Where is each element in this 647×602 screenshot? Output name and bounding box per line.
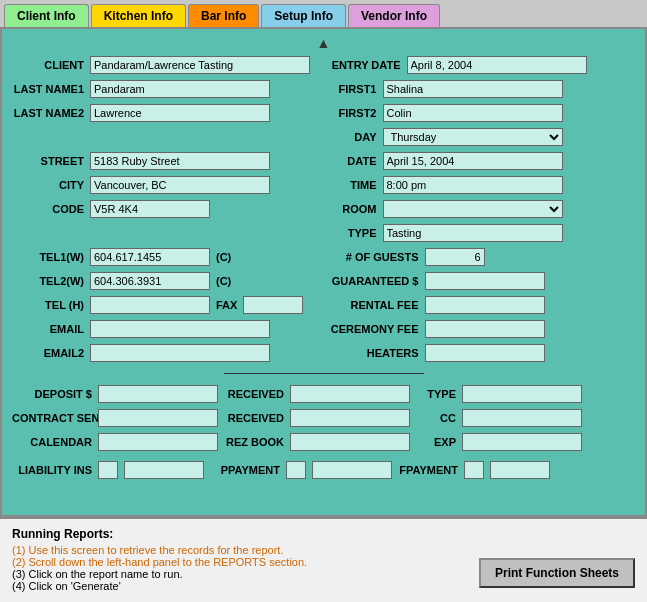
tab-kitchen[interactable]: Kitchen Info (91, 4, 186, 27)
deposit-label: DEPOSIT $ (12, 388, 92, 400)
email-label: EMAIL (12, 323, 84, 335)
liability-check-input[interactable] (98, 461, 118, 479)
tel-h-label: TEL (H) (12, 299, 84, 311)
tel1w-input[interactable] (90, 248, 210, 266)
received1-label: RECEIVED (224, 388, 284, 400)
city-input[interactable] (90, 176, 270, 194)
fax-input[interactable] (243, 296, 303, 314)
first1-label: FIRST1 (329, 83, 377, 95)
fax-label: FAX (216, 299, 237, 311)
tel1w-label: TEL1(W) (12, 251, 84, 263)
rental-fee-input[interactable] (425, 296, 545, 314)
instruction-step2: (2) Scroll down the left-hand panel to t… (12, 556, 459, 568)
last-name2-label: LAST NAME2 (12, 107, 84, 119)
tel-h-input[interactable] (90, 296, 210, 314)
code-label: CODE (12, 203, 84, 215)
client-input[interactable] (90, 56, 310, 74)
ppayment-val-input[interactable] (312, 461, 392, 479)
fpayment-val-input[interactable] (490, 461, 550, 479)
tel1c-label: (C) (216, 251, 231, 263)
last-name2-input[interactable] (90, 104, 270, 122)
scroll-up-arrow[interactable]: ▲ (12, 35, 635, 51)
exp-label: EXP (416, 436, 456, 448)
rez-book-input[interactable] (290, 433, 410, 451)
first2-label: FIRST2 (329, 107, 377, 119)
tab-bar[interactable]: Bar Info (188, 4, 259, 27)
tel2w-label: TEL2(W) (12, 275, 84, 287)
email-input[interactable] (90, 320, 270, 338)
calendar-input[interactable] (98, 433, 218, 451)
entry-date-label: ENTRY DATE (329, 59, 401, 71)
exp-input[interactable] (462, 433, 582, 451)
instructions-title: Running Reports: (12, 527, 459, 541)
heaters-input[interactable] (425, 344, 545, 362)
guaranteed-input[interactable] (425, 272, 545, 290)
rez-book-label: REZ BOOK (224, 436, 284, 448)
tel2w-input[interactable] (90, 272, 210, 290)
fpayment-label: FPAYMENT (398, 464, 458, 476)
ppayment-check-input[interactable] (286, 461, 306, 479)
print-button-area: Print Function Sheets (479, 527, 635, 602)
ceremony-fee-input[interactable] (425, 320, 545, 338)
instruction-step1: (1) Use this screen to retrieve the reco… (12, 544, 459, 556)
day-label: DAY (329, 131, 377, 143)
fpayment-check-input[interactable] (464, 461, 484, 479)
ppayment-label: PPAYMENT (210, 464, 280, 476)
received1-input[interactable] (290, 385, 410, 403)
liability-val-input[interactable] (124, 461, 204, 479)
time-input[interactable] (383, 176, 563, 194)
num-guests-input[interactable] (425, 248, 485, 266)
type-dep-input[interactable] (462, 385, 582, 403)
type-input[interactable] (383, 224, 563, 242)
day-select[interactable]: Thursday Monday Tuesday Wednesday Friday… (383, 128, 563, 146)
email2-label: EMAIL2 (12, 347, 84, 359)
client-label: CLIENT (12, 59, 84, 71)
time-label: TIME (329, 179, 377, 191)
city-label: CITY (12, 179, 84, 191)
main-form: ▲ CLIENT ENTRY DATE LAST NAME1 (0, 27, 647, 517)
section-divider (224, 373, 424, 374)
tab-setup[interactable]: Setup Info (261, 4, 346, 27)
last-name1-input[interactable] (90, 80, 270, 98)
type-label: TYPE (329, 227, 377, 239)
tab-vendor[interactable]: Vendor Info (348, 4, 440, 27)
tab-bar: Client Info Kitchen Info Bar Info Setup … (0, 0, 647, 27)
date-label: DATE (329, 155, 377, 167)
code-input[interactable] (90, 200, 210, 218)
rental-fee-label: RENTAL FEE (329, 299, 419, 311)
tel2c-label: (C) (216, 275, 231, 287)
cc-label: CC (416, 412, 456, 424)
first2-input[interactable] (383, 104, 563, 122)
deposit-input[interactable] (98, 385, 218, 403)
contract-sent-label: CONTRACT SENT (12, 412, 92, 424)
instruction-step4: (4) Click on 'Generate' (12, 580, 459, 592)
entry-date-input[interactable] (407, 56, 587, 74)
room-select[interactable] (383, 200, 563, 218)
calendar-label: CALENDAR (12, 436, 92, 448)
street-input[interactable] (90, 152, 270, 170)
instructions-panel: Running Reports: (1) Use this screen to … (12, 527, 459, 602)
last-name1-label: LAST NAME1 (12, 83, 84, 95)
street-label: STREET (12, 155, 84, 167)
guaranteed-label: GUARANTEED $ (329, 275, 419, 287)
num-guests-label: # OF GUESTS (329, 251, 419, 263)
bottom-section: Running Reports: (1) Use this screen to … (0, 517, 647, 602)
received2-input[interactable] (290, 409, 410, 427)
cc-input[interactable] (462, 409, 582, 427)
date-input[interactable] (383, 152, 563, 170)
room-label: ROOM (329, 203, 377, 215)
print-function-sheets-button[interactable]: Print Function Sheets (479, 558, 635, 588)
first1-input[interactable] (383, 80, 563, 98)
received2-label: RECEIVED (224, 412, 284, 424)
email2-input[interactable] (90, 344, 270, 362)
liability-ins-label: LIABILITY INS (12, 464, 92, 476)
contract-sent-input[interactable] (98, 409, 218, 427)
type-dep-label: TYPE (416, 388, 456, 400)
tab-client[interactable]: Client Info (4, 4, 89, 27)
heaters-label: HEATERS (329, 347, 419, 359)
instruction-step3: (3) Click on the report name to run. (12, 568, 459, 580)
ceremony-fee-label: CEREMONY FEE (329, 323, 419, 335)
